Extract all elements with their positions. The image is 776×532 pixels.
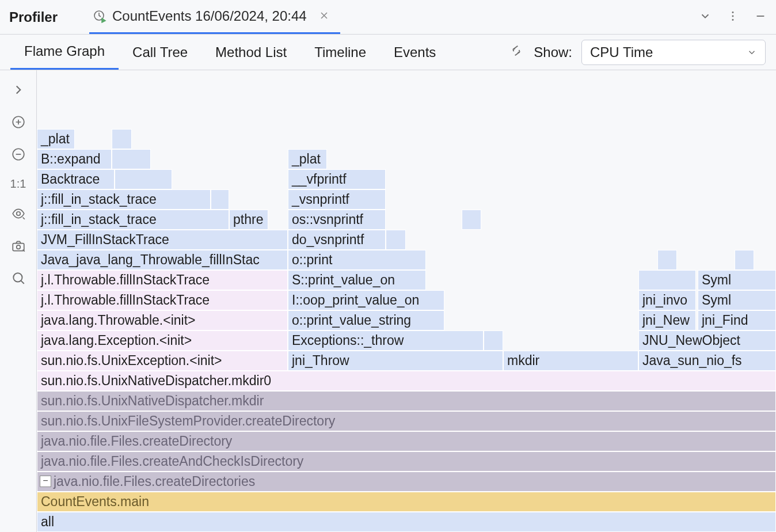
zoom-out-icon[interactable] bbox=[9, 145, 28, 164]
session-tab-label: CountEvents 16/06/2024, 20:44 bbox=[112, 8, 307, 24]
flame-cell[interactable]: os::vsnprintf bbox=[288, 210, 386, 230]
flame-cell[interactable] bbox=[386, 230, 406, 250]
flame-cell[interactable]: sun.nio.fs.UnixNativeDispatcher.mkdir bbox=[37, 391, 776, 411]
header-right bbox=[699, 10, 767, 25]
flame-cell[interactable]: sun.nio.fs.UnixException.<init> bbox=[37, 351, 288, 371]
flame-cell[interactable]: j::fill_in_stack_trace bbox=[37, 210, 229, 230]
flame-cell[interactable]: _plat bbox=[37, 129, 75, 149]
flame-cell[interactable]: do_vsnprintf bbox=[288, 230, 386, 250]
flame-cell[interactable]: j.l.Throwable.fillInStackTrace bbox=[37, 270, 288, 290]
presentation-icon[interactable] bbox=[9, 204, 28, 223]
flame-row: Java_java_lang_Throwable_fillInStaco::pr… bbox=[37, 250, 776, 270]
flame-row: sun.nio.fs.UnixFileSystemProvider.create… bbox=[37, 411, 776, 431]
flame-cell[interactable]: Java_java_lang_Throwable_fillInStac bbox=[37, 250, 288, 270]
more-icon[interactable] bbox=[726, 10, 739, 25]
flame-cell[interactable]: java.lang.Throwable.<init> bbox=[37, 310, 288, 330]
show-select-value: CPU Time bbox=[590, 44, 653, 60]
swap-icon[interactable] bbox=[508, 43, 524, 62]
flame-row: CountEvents.main bbox=[37, 492, 776, 512]
expand-icon[interactable] bbox=[9, 81, 28, 99]
minimize-icon[interactable] bbox=[754, 10, 767, 25]
flame-cell[interactable] bbox=[462, 210, 481, 230]
svg-point-3 bbox=[732, 18, 734, 20]
flame-cell[interactable] bbox=[112, 149, 151, 169]
flame-cell[interactable]: Backtrace bbox=[37, 169, 115, 189]
flame-row: java.nio.file.Files.createAndCheckIsDire… bbox=[37, 451, 776, 472]
flame-row: all bbox=[37, 512, 776, 532]
flame-row: java.nio.file.Files.createDirectory bbox=[37, 431, 776, 451]
flame-cell[interactable]: o::print bbox=[288, 250, 426, 270]
flame-cell[interactable]: S::print_value_on bbox=[288, 270, 426, 290]
flame-cell[interactable]: _vsnprintf bbox=[288, 189, 386, 210]
flame-row: java.lang.Throwable.<init>o::print_value… bbox=[37, 310, 776, 330]
flame-cell[interactable]: − java.nio.file.Files.createDirectories bbox=[37, 472, 776, 492]
svg-point-8 bbox=[16, 245, 20, 249]
flame-cell[interactable]: B::expand bbox=[37, 149, 112, 169]
flame-row: B::expand_plat bbox=[37, 149, 776, 169]
svg-point-2 bbox=[732, 15, 734, 17]
flame-cell[interactable]: all bbox=[37, 512, 776, 532]
flame-cell[interactable]: Java_sun_nio_fs bbox=[638, 351, 776, 371]
flame-cell[interactable]: Syml bbox=[698, 290, 776, 310]
chevron-down-icon[interactable] bbox=[699, 10, 712, 25]
flame-cell[interactable]: java.nio.file.Files.createDirectory bbox=[37, 431, 776, 451]
flame-cell[interactable]: sun.nio.fs.UnixNativeDispatcher.mkdir0 bbox=[37, 371, 776, 391]
flame-row: − java.nio.file.Files.createDirectories bbox=[37, 472, 776, 492]
flame-cell-label: java.nio.file.Files.createDirectories bbox=[54, 474, 255, 489]
flame-cell[interactable]: I::oop_print_value_on bbox=[288, 290, 444, 310]
flame-cell[interactable]: CountEvents.main bbox=[37, 492, 776, 512]
collapse-icon[interactable]: − bbox=[40, 476, 51, 487]
flame-cell[interactable]: Exceptions::_throw bbox=[288, 330, 484, 351]
svg-point-9 bbox=[13, 273, 22, 282]
flame-cell[interactable] bbox=[657, 250, 677, 270]
close-icon[interactable] bbox=[319, 10, 329, 23]
flame-stack: _platB::expand_platBacktrace__vfprintfj:… bbox=[37, 129, 776, 532]
profiler-run-icon bbox=[93, 9, 106, 23]
flame-cell[interactable] bbox=[735, 250, 754, 270]
zoom-reset-button[interactable]: 1:1 bbox=[10, 177, 26, 191]
flame-cell[interactable] bbox=[115, 169, 172, 189]
flame-cell[interactable]: jni_invo bbox=[638, 290, 696, 310]
camera-icon[interactable] bbox=[9, 237, 28, 255]
flame-cell[interactable] bbox=[484, 330, 503, 351]
flame-cell[interactable]: j.l.Throwable.fillInStackTrace bbox=[37, 290, 288, 310]
svg-point-1 bbox=[732, 12, 734, 13]
flame-cell[interactable]: jni_Find bbox=[698, 310, 776, 330]
flame-cell[interactable] bbox=[638, 270, 696, 290]
flame-cell[interactable]: jni_Throw bbox=[288, 351, 503, 371]
flame-row: JVM_FillInStackTracedo_vsnprintf bbox=[37, 230, 776, 250]
flame-cell[interactable]: java.nio.file.Files.createAndCheckIsDire… bbox=[37, 451, 776, 472]
flame-cell[interactable]: mkdir bbox=[503, 351, 638, 371]
flame-cell[interactable]: o::print_value_string bbox=[288, 310, 444, 330]
view-toolbar: Flame GraphCall TreeMethod ListTimelineE… bbox=[0, 35, 776, 70]
flame-graph[interactable]: _platB::expand_platBacktrace__vfprintfj:… bbox=[37, 70, 776, 532]
svg-rect-7 bbox=[13, 244, 24, 251]
main-area: 1:1 _platB::expand_platBacktrace__vfprin… bbox=[0, 70, 776, 532]
flame-row: j::fill_in_stack_tracepthreos::vsnprintf bbox=[37, 210, 776, 230]
flame-cell[interactable]: jni_New bbox=[638, 310, 696, 330]
flame-cell[interactable]: j::fill_in_stack_trace bbox=[37, 189, 211, 210]
flame-cell[interactable] bbox=[211, 189, 229, 210]
zoom-in-icon[interactable] bbox=[9, 113, 28, 131]
tab-method-list[interactable]: Method List bbox=[201, 35, 300, 70]
flame-cell[interactable]: java.lang.Exception.<init> bbox=[37, 330, 288, 351]
flame-cell[interactable]: sun.nio.fs.UnixFileSystemProvider.create… bbox=[37, 411, 776, 431]
tab-call-tree[interactable]: Call Tree bbox=[119, 35, 201, 70]
flame-cell[interactable]: JNU_NewObject bbox=[638, 330, 776, 351]
flame-cell[interactable]: pthre bbox=[229, 210, 268, 230]
view-tabs: Flame GraphCall TreeMethod ListTimelineE… bbox=[10, 35, 450, 70]
flame-cell[interactable]: __vfprintf bbox=[288, 169, 386, 189]
flame-cell[interactable]: Syml bbox=[698, 270, 776, 290]
tab-flame-graph[interactable]: Flame Graph bbox=[10, 35, 119, 70]
flame-cell[interactable]: JVM_FillInStackTrace bbox=[37, 230, 288, 250]
session-tab[interactable]: CountEvents 16/06/2024, 20:44 bbox=[89, 0, 340, 34]
tab-events[interactable]: Events bbox=[380, 35, 450, 70]
search-icon[interactable] bbox=[9, 269, 28, 287]
tab-timeline[interactable]: Timeline bbox=[300, 35, 380, 70]
flame-sidebar: 1:1 bbox=[0, 70, 37, 532]
flame-cell[interactable]: _plat bbox=[288, 149, 327, 169]
toolbar-right: Show: CPU Time bbox=[508, 40, 766, 65]
flame-cell[interactable] bbox=[112, 129, 132, 149]
header-bar: Profiler CountEvents 16/06/2024, 20:44 bbox=[0, 0, 776, 35]
show-select[interactable]: CPU Time bbox=[581, 40, 766, 65]
